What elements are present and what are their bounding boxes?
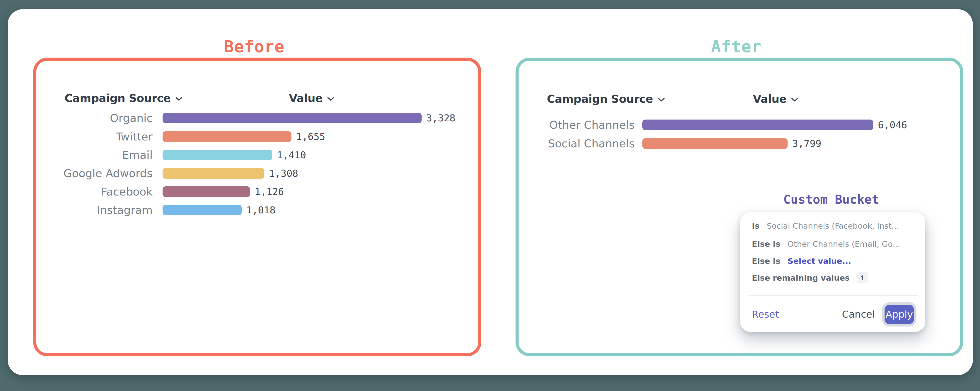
reset-button[interactable]: Reset — [752, 309, 779, 320]
table-row: Google Adwords 1,308 — [38, 164, 298, 182]
column-header-value[interactable]: Value — [289, 92, 334, 105]
table-row: Organic 3,328 — [38, 109, 455, 127]
table-row: Facebook 1,126 — [38, 182, 284, 201]
bar — [162, 186, 250, 197]
page-canvas: Before After Campaign Source Value Organ… — [0, 0, 980, 391]
row-label: Organic — [38, 112, 153, 124]
bucket-rule: Else Is Select value... — [752, 255, 851, 267]
column-header-label: Campaign Source — [547, 92, 653, 105]
column-header-label: Value — [289, 92, 323, 104]
bucket-rule: Is Social Channels (Facebook, Inst... — [752, 220, 899, 232]
row-value: 1,410 — [277, 149, 306, 161]
table-row: Email 1,410 — [38, 146, 306, 164]
column-header-label: Value — [753, 92, 787, 105]
table-row: Social Channels 3,799 — [519, 135, 821, 153]
before-title: Before — [224, 37, 284, 56]
rule-keyword: Else remaining values — [752, 273, 850, 282]
bar — [642, 120, 873, 130]
chevron-down-icon — [658, 98, 665, 102]
row-label: Twitter — [38, 130, 153, 143]
row-label: Other Channels — [519, 119, 635, 131]
column-header-campaign-source[interactable]: Campaign Source — [547, 92, 665, 106]
app-card: Before After Campaign Source Value Organ… — [8, 9, 973, 375]
bucket-rule: Else remaining values i — [752, 272, 868, 284]
bar — [642, 138, 788, 149]
row-label: Email — [38, 149, 153, 161]
custom-bucket-title: Custom Bucket — [783, 192, 879, 206]
chevron-down-icon — [791, 98, 798, 102]
custom-bucket-popup: Is Social Channels (Facebook, Inst... El… — [740, 212, 925, 332]
rule-value[interactable]: Other Channels (Email, Go... — [788, 239, 900, 249]
bar — [162, 131, 291, 142]
cancel-button[interactable]: Cancel — [842, 309, 875, 320]
row-value: 3,328 — [426, 112, 455, 123]
popup-footer: Reset Cancel Apply — [752, 304, 914, 325]
row-value: 3,799 — [792, 138, 821, 149]
rule-keyword: Is — [752, 221, 759, 230]
row-value: 1,308 — [269, 168, 298, 179]
chevron-down-icon — [327, 97, 334, 101]
column-header-campaign-source[interactable]: Campaign Source — [65, 92, 183, 105]
row-value: 6,046 — [878, 119, 907, 130]
row-label: Google Adwords — [38, 167, 153, 180]
table-row: Twitter 1,655 — [38, 127, 325, 146]
chevron-down-icon — [175, 97, 183, 101]
bar — [162, 205, 242, 215]
row-label: Instagram — [38, 204, 153, 217]
row-value: 1,126 — [255, 186, 284, 197]
bar — [162, 150, 272, 160]
table-row: Instagram 1,018 — [38, 201, 275, 219]
before-panel: Campaign Source Value Organic 3,328 Twit… — [33, 58, 481, 356]
rule-keyword: Else Is — [752, 239, 780, 249]
select-value-link[interactable]: Select value... — [788, 256, 851, 266]
apply-button[interactable]: Apply — [885, 305, 914, 324]
info-icon[interactable]: i — [857, 272, 868, 283]
rule-value[interactable]: Social Channels (Facebook, Inst... — [767, 221, 899, 230]
bar — [162, 112, 422, 123]
bar — [162, 168, 264, 179]
popup-divider — [748, 295, 918, 296]
row-value: 1,655 — [296, 131, 325, 142]
bucket-rule: Else Is Other Channels (Email, Go... — [752, 238, 900, 250]
column-header-value[interactable]: Value — [753, 92, 798, 106]
row-value: 1,018 — [246, 204, 275, 215]
row-label: Facebook — [38, 185, 153, 198]
after-title: After — [711, 37, 762, 56]
column-header-label: Campaign Source — [65, 92, 171, 104]
table-row: Other Channels 6,046 — [519, 116, 907, 134]
rule-keyword: Else Is — [752, 256, 780, 266]
row-label: Social Channels — [519, 137, 635, 150]
